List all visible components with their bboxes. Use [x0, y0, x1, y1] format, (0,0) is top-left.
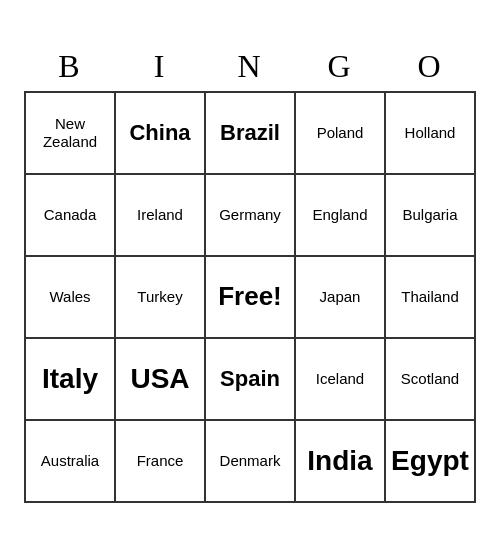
cell-text-1-2: Germany [219, 206, 281, 224]
cell-text-2-0: Wales [49, 288, 90, 306]
cell-text-0-2: Brazil [220, 120, 280, 146]
bingo-cell-4-4: Egypt [386, 421, 476, 503]
bingo-cell-1-3: England [296, 175, 386, 257]
bingo-cell-2-1: Turkey [116, 257, 206, 339]
bingo-row-2: WalesTurkeyFree!JapanThailand [26, 257, 476, 339]
bingo-cell-3-1: USA [116, 339, 206, 421]
bingo-cell-1-1: Ireland [116, 175, 206, 257]
cell-text-0-3: Poland [317, 124, 364, 142]
cell-text-2-2: Free! [218, 281, 282, 312]
cell-text-2-4: Thailand [401, 288, 459, 306]
cell-text-3-4: Scotland [401, 370, 459, 388]
bingo-cell-0-2: Brazil [206, 93, 296, 175]
bingo-cell-2-3: Japan [296, 257, 386, 339]
cell-text-3-2: Spain [220, 366, 280, 392]
cell-text-1-3: England [312, 206, 367, 224]
bingo-cell-4-2: Denmark [206, 421, 296, 503]
bingo-row-4: AustraliaFranceDenmarkIndiaEgypt [26, 421, 476, 503]
bingo-cell-4-1: France [116, 421, 206, 503]
bingo-cell-2-2: Free! [206, 257, 296, 339]
bingo-cell-0-4: Holland [386, 93, 476, 175]
bingo-cell-0-3: Poland [296, 93, 386, 175]
bingo-row-3: ItalyUSASpainIcelandScotland [26, 339, 476, 421]
header-letter-N: N [204, 41, 294, 91]
cell-text-3-3: Iceland [316, 370, 364, 388]
bingo-cell-4-3: India [296, 421, 386, 503]
cell-text-3-0: Italy [42, 362, 98, 396]
bingo-row-1: CanadaIrelandGermanyEnglandBulgaria [26, 175, 476, 257]
cell-text-4-2: Denmark [220, 452, 281, 470]
cell-text-0-1: China [129, 120, 190, 146]
bingo-cell-4-0: Australia [26, 421, 116, 503]
bingo-grid: New ZealandChinaBrazilPolandHollandCanad… [24, 91, 476, 503]
bingo-cell-1-4: Bulgaria [386, 175, 476, 257]
bingo-cell-0-0: New Zealand [26, 93, 116, 175]
bingo-row-0: New ZealandChinaBrazilPolandHolland [26, 93, 476, 175]
cell-text-4-3: India [307, 444, 372, 478]
cell-text-1-4: Bulgaria [402, 206, 457, 224]
header-letter-B: B [24, 41, 114, 91]
cell-text-3-1: USA [130, 362, 189, 396]
bingo-cell-0-1: China [116, 93, 206, 175]
cell-text-1-0: Canada [44, 206, 97, 224]
cell-text-0-0: New Zealand [30, 115, 110, 151]
bingo-cell-2-0: Wales [26, 257, 116, 339]
cell-text-4-1: France [137, 452, 184, 470]
bingo-cell-2-4: Thailand [386, 257, 476, 339]
bingo-cell-1-2: Germany [206, 175, 296, 257]
bingo-card: BINGO New ZealandChinaBrazilPolandHollan… [24, 41, 476, 503]
cell-text-4-0: Australia [41, 452, 99, 470]
bingo-cell-1-0: Canada [26, 175, 116, 257]
header-letter-O: O [384, 41, 474, 91]
bingo-cell-3-2: Spain [206, 339, 296, 421]
cell-text-2-1: Turkey [137, 288, 182, 306]
cell-text-2-3: Japan [320, 288, 361, 306]
cell-text-0-4: Holland [405, 124, 456, 142]
bingo-cell-3-3: Iceland [296, 339, 386, 421]
header-letter-I: I [114, 41, 204, 91]
bingo-cell-3-0: Italy [26, 339, 116, 421]
bingo-cell-3-4: Scotland [386, 339, 476, 421]
bingo-header: BINGO [24, 41, 476, 91]
cell-text-4-4: Egypt [391, 444, 469, 478]
header-letter-G: G [294, 41, 384, 91]
cell-text-1-1: Ireland [137, 206, 183, 224]
